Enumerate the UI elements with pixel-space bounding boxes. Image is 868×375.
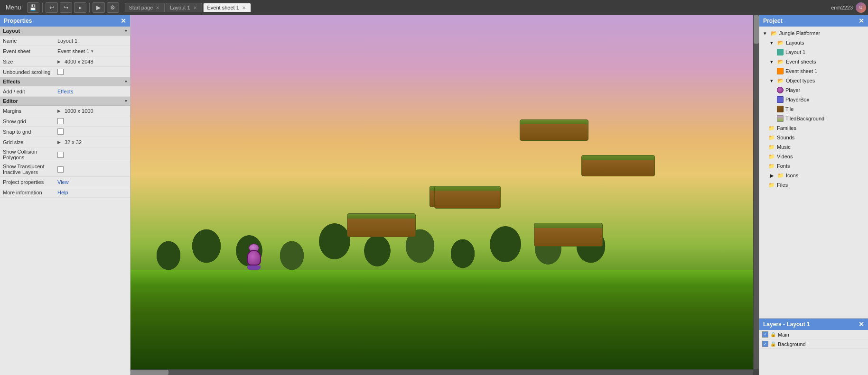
more-info-label: More information (3, 190, 57, 195)
prop-margins: Margins ▶ 1000 x 1000 (0, 106, 130, 116)
effects-section-header[interactable]: Effects ▾ (0, 77, 130, 86)
view-link[interactable]: View (57, 179, 69, 185)
tree-item-jungle[interactable]: ▾ Jungle Platformer (759, 28, 868, 38)
objecttypes-label: Object types (786, 78, 815, 83)
show-grid-checkbox[interactable] (57, 118, 64, 124)
layers-panel-header: Layers - Layout 1 ✕ (759, 319, 868, 330)
tree-item-objecttypes[interactable]: ▾ Object types (759, 76, 868, 85)
undo-button[interactable]: ↩ (46, 2, 58, 13)
tile-label: Tile (785, 106, 793, 112)
tree-item-layout1[interactable]: Layout 1 (759, 47, 868, 57)
layer-background-checkbox[interactable]: ✓ (762, 341, 768, 347)
tab-start-page[interactable]: Start page ✕ (125, 3, 165, 12)
redo-button[interactable]: ↪ (60, 2, 72, 13)
canvas-viewport (131, 15, 753, 369)
music-folder-icon (768, 143, 775, 151)
separator2 (89, 3, 90, 12)
platform-4 (347, 213, 416, 237)
layers-close-button[interactable]: ✕ (859, 320, 864, 328)
playerbox-obj-icon (776, 96, 784, 103)
unbounded-checkbox[interactable] (57, 69, 64, 75)
scrollbar-horizontal-thumb[interactable] (131, 370, 168, 375)
layers-title: Layers - Layout 1 (763, 321, 810, 328)
tree-item-families[interactable]: Families (759, 123, 868, 133)
editor-section-header[interactable]: Editor ▾ (0, 97, 130, 106)
tree-item-tile[interactable]: Tile (759, 104, 868, 114)
show-translucent-checkbox[interactable] (57, 166, 64, 173)
prop-size: Size ▶ 4000 x 2048 (0, 56, 130, 67)
layer-main-name: Main (778, 332, 789, 338)
user-area: emh2223 U (831, 2, 866, 13)
scrollbar-horizontal[interactable] (131, 369, 753, 375)
event-sheet-arrow: ▾ (91, 49, 93, 54)
username: emh2223 (831, 5, 853, 10)
properties-panel-header: Properties ✕ (0, 15, 130, 27)
tree-item-files[interactable]: Files (759, 180, 868, 190)
tree-item-layouts[interactable]: ▾ Layouts (759, 38, 868, 47)
show-collision-checkbox[interactable] (57, 152, 64, 158)
play-button[interactable]: ▶ (93, 2, 105, 13)
layer-main-checkbox[interactable]: ✓ (762, 331, 768, 338)
layer-main[interactable]: ✓ 🔒 Main (759, 330, 868, 339)
tab-start-page-close[interactable]: ✕ (155, 5, 160, 10)
tab-event-sheet1[interactable]: Event sheet 1 ✕ (203, 3, 251, 12)
user-avatar[interactable]: U (856, 2, 866, 13)
effects-link[interactable]: Effects (57, 89, 73, 94)
player-label: Player (785, 87, 800, 93)
editor-section-arrow: ▾ (125, 99, 127, 103)
layouts-label: Layouts (786, 40, 804, 46)
debug-button[interactable]: ⚙ (107, 2, 119, 13)
tree-item-videos[interactable]: Videos (759, 152, 868, 161)
help-link[interactable]: Help (57, 190, 68, 195)
videos-folder-icon (768, 153, 775, 160)
tree-item-music[interactable]: Music (759, 142, 868, 152)
tab-layout1[interactable]: Layout 1 ✕ (166, 3, 202, 12)
platform-6 (434, 186, 501, 209)
layer-main-lock-icon: 🔒 (770, 332, 776, 337)
scrollbar-vertical-thumb[interactable] (754, 15, 759, 44)
families-folder-icon (768, 124, 775, 132)
sounds-label: Sounds (777, 135, 794, 140)
scrollbar-vertical[interactable] (753, 15, 759, 369)
scrollbar-corner (753, 369, 759, 375)
eventsheet1-label: Event sheet 1 (785, 68, 817, 74)
tree-item-player[interactable]: Player (759, 85, 868, 95)
tree-item-fonts[interactable]: Fonts (759, 161, 868, 171)
layer-background[interactable]: ✓ 🔒 Background (759, 339, 868, 349)
tree-item-eventsheets[interactable]: ▾ Event sheets (759, 57, 868, 66)
show-collision-value (57, 152, 127, 158)
tab-layout1-close[interactable]: ✕ (192, 5, 198, 10)
tab-event-sheet1-close[interactable]: ✕ (241, 5, 247, 10)
canvas-area[interactable] (131, 15, 759, 375)
unbounded-label: Unbounded scrolling (3, 69, 57, 75)
eventsheets-arrow-icon: ▾ (768, 58, 775, 65)
tree-item-eventsheet1[interactable]: Event sheet 1 (759, 66, 868, 76)
menu-button[interactable]: Menu (2, 3, 25, 12)
jungle-folder-icon (770, 29, 778, 37)
prop-project-properties: Project properties View (0, 177, 130, 187)
platform-1 (520, 119, 588, 141)
effects-section-label: Effects (3, 79, 20, 84)
layout-section-header[interactable]: Layout ▾ (0, 27, 130, 36)
tree-item-playerbox[interactable]: PlayerBox (759, 95, 868, 104)
name-label: Name (3, 38, 57, 44)
snap-to-grid-checkbox[interactable] (57, 128, 64, 135)
project-close-button[interactable]: ✕ (859, 17, 864, 25)
project-panel-header: Project ✕ (759, 15, 868, 27)
tree-item-sounds[interactable]: Sounds (759, 133, 868, 142)
save-button[interactable]: 💾 (27, 2, 39, 13)
prop-show-collision: Show Collision Polygons (0, 147, 130, 162)
undo2-button[interactable]: ▸ (74, 2, 86, 13)
properties-close-button[interactable]: ✕ (121, 17, 126, 25)
prop-name: Name Layout 1 (0, 36, 130, 46)
tree-item-tiledbg[interactable]: TiledBackground (759, 114, 868, 123)
margins-label: Margins (3, 108, 57, 114)
show-translucent-label: Show Translucent Inactive Layers (3, 164, 57, 175)
tree-item-icons[interactable]: ▶ Icons (759, 171, 868, 180)
project-panel: Project ✕ ▾ Jungle Platformer ▾ Layouts … (759, 15, 868, 375)
layout-section-label: Layout (3, 28, 20, 34)
main-area: Properties ✕ Layout ▾ Name Layout 1 Even… (0, 15, 868, 375)
playerbox-label: PlayerBox (785, 97, 809, 102)
show-grid-label: Show grid (3, 119, 57, 124)
event-sheet-value: Event sheet 1 ▾ (57, 48, 127, 54)
